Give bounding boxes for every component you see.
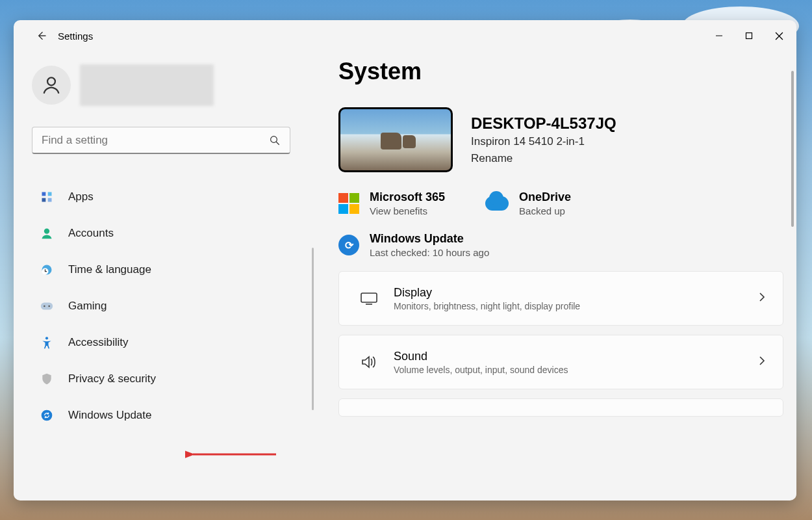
apps-icon — [40, 190, 54, 204]
search-icon — [269, 135, 281, 146]
nav-label: Accessibility — [68, 336, 129, 349]
shield-icon — [40, 372, 54, 386]
microsoft-logo-icon — [338, 193, 359, 214]
svg-rect-1 — [746, 33, 752, 39]
card-desc: Monitors, brightness, night light, displ… — [394, 301, 758, 311]
device-wallpaper-thumbnail[interactable] — [338, 107, 453, 172]
svg-rect-8 — [48, 198, 52, 202]
device-model: Inspiron 14 5410 2-in-1 — [471, 135, 616, 148]
svg-point-9 — [44, 229, 49, 234]
chevron-right-icon — [758, 292, 766, 306]
search-input[interactable] — [42, 134, 269, 147]
nav-accessibility[interactable]: Accessibility — [32, 327, 306, 358]
status-title: Microsoft 365 — [370, 190, 445, 204]
nav-label: Privacy & security — [68, 372, 156, 385]
card-title: Display — [394, 286, 758, 300]
svg-line-4 — [276, 142, 279, 145]
maximize-icon — [745, 32, 753, 40]
nav-gaming[interactable]: Gaming — [32, 291, 306, 322]
onedrive-icon — [485, 196, 509, 211]
nav-accounts[interactable]: Accounts — [32, 218, 306, 249]
device-info: DESKTOP-4L537JQ Inspiron 14 5410 2-in-1 … — [471, 114, 616, 165]
settings-window: Settings Apps — [14, 20, 796, 500]
nav-label: Windows Update — [68, 409, 152, 422]
display-icon — [356, 291, 382, 306]
close-button[interactable] — [764, 25, 794, 46]
person-icon — [40, 74, 62, 96]
close-icon — [775, 32, 783, 40]
card-partial[interactable] — [338, 398, 783, 417]
svg-rect-6 — [48, 192, 52, 196]
update-icon: ⟳ — [338, 235, 359, 255]
status-row: Microsoft 365 View benefits OneDrive Bac… — [338, 190, 783, 216]
nav-apps[interactable]: Apps — [32, 181, 306, 213]
nav-label: Apps — [68, 190, 94, 203]
svg-rect-7 — [42, 198, 46, 202]
user-name-redacted — [80, 64, 214, 106]
status-desc: Backed up — [519, 205, 571, 216]
device-name: DESKTOP-4L537JQ — [471, 114, 616, 133]
sound-icon — [356, 355, 382, 369]
rename-link[interactable]: Rename — [471, 152, 616, 165]
accounts-icon — [40, 226, 54, 240]
minimize-icon — [715, 32, 723, 40]
window-controls — [704, 25, 794, 46]
svg-point-2 — [47, 77, 55, 85]
maximize-button[interactable] — [734, 25, 764, 46]
user-section[interactable] — [32, 64, 306, 106]
windows-update-icon — [40, 408, 54, 422]
page-title: System — [338, 58, 783, 85]
status-desc: Last checked: 10 hours ago — [370, 247, 489, 258]
svg-rect-17 — [361, 293, 377, 302]
svg-rect-5 — [42, 192, 46, 196]
app-title: Settings — [58, 31, 93, 42]
content-area: System DESKTOP-4L537JQ Inspiron 14 5410 … — [312, 51, 796, 500]
svg-point-14 — [48, 306, 50, 307]
nav-windows-update[interactable]: Windows Update — [32, 400, 306, 431]
svg-rect-12 — [41, 303, 53, 310]
search-box[interactable] — [32, 127, 290, 154]
back-arrow-icon — [34, 29, 47, 42]
nav-list: Apps Accounts Time & language Gaming Acc… — [32, 181, 306, 431]
status-title: Windows Update — [370, 232, 489, 246]
nav-time-language[interactable]: Time & language — [32, 254, 306, 285]
nav-privacy-security[interactable]: Privacy & security — [32, 363, 306, 395]
device-section: DESKTOP-4L537JQ Inspiron 14 5410 2-in-1 … — [338, 107, 783, 172]
sidebar: Apps Accounts Time & language Gaming Acc… — [14, 51, 312, 500]
window-body: Apps Accounts Time & language Gaming Acc… — [14, 51, 796, 500]
nav-label: Gaming — [68, 300, 107, 313]
svg-point-13 — [44, 306, 45, 307]
nav-label: Time & language — [68, 263, 151, 276]
minimize-button[interactable] — [704, 25, 734, 46]
sound-card[interactable]: Sound Volume levels, output, input, soun… — [338, 335, 783, 389]
status-title: OneDrive — [519, 190, 571, 204]
display-card[interactable]: Display Monitors, brightness, night ligh… — [338, 271, 783, 326]
svg-point-3 — [271, 136, 277, 142]
onedrive-status[interactable]: OneDrive Backed up — [485, 190, 571, 216]
card-title: Sound — [394, 350, 758, 363]
content-scrollbar[interactable] — [791, 71, 794, 227]
avatar — [32, 66, 71, 105]
card-desc: Volume levels, output, input, sound devi… — [394, 365, 758, 375]
settings-cards: Display Monitors, brightness, night ligh… — [338, 271, 783, 417]
status-desc: View benefits — [370, 205, 445, 216]
gaming-icon — [40, 299, 54, 313]
microsoft-365-status[interactable]: Microsoft 365 View benefits — [338, 190, 445, 216]
nav-label: Accounts — [68, 227, 114, 240]
time-language-icon — [40, 263, 54, 277]
chevron-right-icon — [758, 356, 766, 369]
windows-update-status[interactable]: ⟳ Windows Update Last checked: 10 hours … — [338, 232, 783, 258]
back-button[interactable] — [28, 23, 54, 49]
svg-point-16 — [42, 410, 53, 421]
svg-point-15 — [45, 337, 48, 339]
accessibility-icon — [40, 335, 54, 350]
titlebar: Settings — [14, 20, 796, 51]
